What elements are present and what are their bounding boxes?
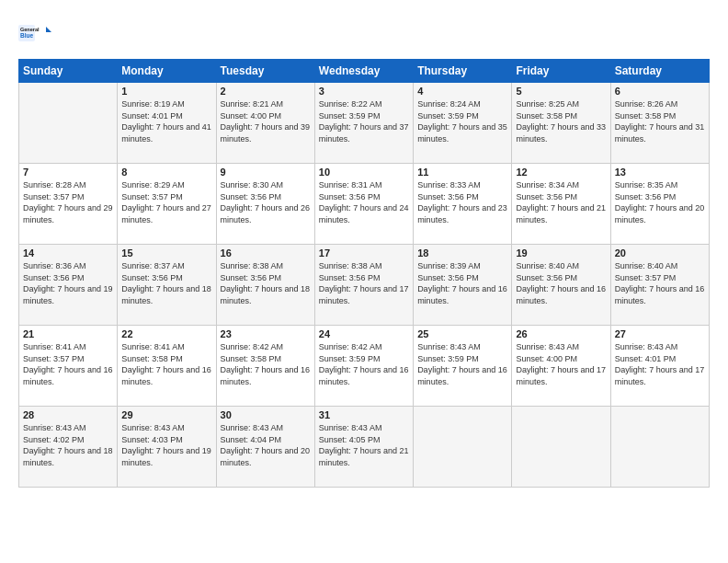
header-tuesday: Tuesday	[216, 60, 314, 83]
week-row-1: 1 Sunrise: 8:19 AMSunset: 4:01 PMDayligh…	[19, 83, 710, 164]
day-number: 22	[121, 328, 211, 339]
header-thursday: Thursday	[414, 60, 512, 83]
header: General Blue	[18, 17, 710, 50]
calendar-cell: 9 Sunrise: 8:30 AMSunset: 3:56 PMDayligh…	[216, 164, 314, 245]
svg-marker-3	[46, 27, 51, 32]
calendar-cell	[512, 407, 610, 488]
logo: General Blue	[18, 17, 55, 50]
calendar-cell: 6 Sunrise: 8:26 AMSunset: 3:58 PMDayligh…	[610, 83, 709, 164]
day-number: 16	[221, 247, 311, 259]
header-sunday: Sunday	[19, 60, 118, 83]
calendar-cell: 22 Sunrise: 8:41 AMSunset: 3:58 PMDaylig…	[118, 326, 216, 407]
calendar-cell: 24 Sunrise: 8:42 AMSunset: 3:59 PMDaylig…	[314, 326, 413, 407]
calendar-cell: 19 Sunrise: 8:40 AMSunset: 3:56 PMDaylig…	[512, 245, 610, 326]
cell-info: Sunrise: 8:43 AMSunset: 4:04 PMDaylight:…	[221, 422, 311, 468]
calendar-cell: 28 Sunrise: 8:43 AMSunset: 4:02 PMDaylig…	[19, 407, 118, 488]
calendar-cell: 13 Sunrise: 8:35 AMSunset: 3:56 PMDaylig…	[610, 164, 709, 245]
cell-info: Sunrise: 8:28 AMSunset: 3:57 PMDaylight:…	[23, 179, 113, 225]
cell-info: Sunrise: 8:43 AMSunset: 3:59 PMDaylight:…	[417, 341, 507, 387]
week-row-4: 21 Sunrise: 8:41 AMSunset: 3:57 PMDaylig…	[19, 326, 710, 407]
calendar-cell: 12 Sunrise: 8:34 AMSunset: 3:56 PMDaylig…	[512, 164, 610, 245]
day-number: 13	[615, 167, 705, 178]
day-number: 25	[417, 328, 507, 339]
day-number: 7	[23, 167, 113, 178]
calendar-cell: 7 Sunrise: 8:28 AMSunset: 3:57 PMDayligh…	[19, 164, 118, 245]
calendar-table: SundayMondayTuesdayWednesdayThursdayFrid…	[18, 59, 710, 488]
svg-text:Blue: Blue	[20, 32, 33, 39]
day-number: 14	[23, 247, 113, 259]
calendar-cell: 18 Sunrise: 8:39 AMSunset: 3:56 PMDaylig…	[414, 245, 512, 326]
day-number: 3	[319, 86, 409, 97]
calendar-cell: 14 Sunrise: 8:36 AMSunset: 3:56 PMDaylig…	[19, 245, 118, 326]
day-number: 17	[319, 247, 409, 259]
calendar-cell: 21 Sunrise: 8:41 AMSunset: 3:57 PMDaylig…	[19, 326, 118, 407]
calendar-cell: 25 Sunrise: 8:43 AMSunset: 3:59 PMDaylig…	[414, 326, 512, 407]
header-friday: Friday	[512, 60, 610, 83]
cell-info: Sunrise: 8:35 AMSunset: 3:56 PMDaylight:…	[615, 179, 705, 225]
calendar-cell: 15 Sunrise: 8:37 AMSunset: 3:56 PMDaylig…	[118, 245, 216, 326]
day-number: 23	[221, 328, 311, 339]
logo-svg: General Blue	[18, 17, 55, 50]
calendar-cell: 11 Sunrise: 8:33 AMSunset: 3:56 PMDaylig…	[414, 164, 512, 245]
day-number: 8	[121, 167, 211, 178]
cell-info: Sunrise: 8:25 AMSunset: 3:58 PMDaylight:…	[516, 98, 606, 144]
day-number: 9	[221, 167, 311, 178]
calendar-header-row: SundayMondayTuesdayWednesdayThursdayFrid…	[19, 60, 710, 83]
cell-info: Sunrise: 8:40 AMSunset: 3:57 PMDaylight:…	[615, 260, 705, 306]
calendar-cell: 1 Sunrise: 8:19 AMSunset: 4:01 PMDayligh…	[118, 83, 216, 164]
calendar-cell: 10 Sunrise: 8:31 AMSunset: 3:56 PMDaylig…	[314, 164, 413, 245]
day-number: 6	[615, 86, 705, 97]
day-number: 10	[319, 167, 409, 178]
calendar-cell: 5 Sunrise: 8:25 AMSunset: 3:58 PMDayligh…	[512, 83, 610, 164]
header-wednesday: Wednesday	[314, 60, 413, 83]
cell-info: Sunrise: 8:21 AMSunset: 4:00 PMDaylight:…	[221, 98, 311, 144]
day-number: 28	[23, 409, 113, 420]
cell-info: Sunrise: 8:42 AMSunset: 3:58 PMDaylight:…	[221, 341, 311, 387]
cell-info: Sunrise: 8:40 AMSunset: 3:56 PMDaylight:…	[516, 260, 606, 306]
calendar-cell: 20 Sunrise: 8:40 AMSunset: 3:57 PMDaylig…	[610, 245, 709, 326]
calendar-cell: 29 Sunrise: 8:43 AMSunset: 4:03 PMDaylig…	[118, 407, 216, 488]
calendar-cell: 3 Sunrise: 8:22 AMSunset: 3:59 PMDayligh…	[314, 83, 413, 164]
day-number: 30	[221, 409, 311, 420]
calendar-cell: 26 Sunrise: 8:43 AMSunset: 4:00 PMDaylig…	[512, 326, 610, 407]
calendar-cell: 23 Sunrise: 8:42 AMSunset: 3:58 PMDaylig…	[216, 326, 314, 407]
calendar-cell: 8 Sunrise: 8:29 AMSunset: 3:57 PMDayligh…	[118, 164, 216, 245]
day-number: 18	[417, 247, 507, 259]
day-number: 12	[516, 167, 606, 178]
calendar-cell: 31 Sunrise: 8:43 AMSunset: 4:05 PMDaylig…	[314, 407, 413, 488]
cell-info: Sunrise: 8:31 AMSunset: 3:56 PMDaylight:…	[319, 179, 409, 225]
cell-info: Sunrise: 8:37 AMSunset: 3:56 PMDaylight:…	[121, 260, 211, 306]
day-number: 2	[221, 86, 311, 97]
header-saturday: Saturday	[610, 60, 709, 83]
day-number: 15	[121, 247, 211, 259]
day-number: 19	[516, 247, 606, 259]
cell-info: Sunrise: 8:43 AMSunset: 4:01 PMDaylight:…	[615, 341, 705, 387]
day-number: 26	[516, 328, 606, 339]
day-number: 5	[516, 86, 606, 97]
page: General Blue SundayMondayTuesdayWednesda…	[0, 0, 728, 563]
cell-info: Sunrise: 8:43 AMSunset: 4:02 PMDaylight:…	[23, 422, 113, 468]
cell-info: Sunrise: 8:19 AMSunset: 4:01 PMDaylight:…	[121, 98, 211, 144]
cell-info: Sunrise: 8:34 AMSunset: 3:56 PMDaylight:…	[516, 179, 606, 225]
week-row-2: 7 Sunrise: 8:28 AMSunset: 3:57 PMDayligh…	[19, 164, 710, 245]
cell-info: Sunrise: 8:29 AMSunset: 3:57 PMDaylight:…	[121, 179, 211, 225]
cell-info: Sunrise: 8:41 AMSunset: 3:58 PMDaylight:…	[121, 341, 211, 387]
day-number: 27	[615, 328, 705, 339]
day-number: 31	[319, 409, 409, 420]
cell-info: Sunrise: 8:39 AMSunset: 3:56 PMDaylight:…	[417, 260, 507, 306]
calendar-cell: 27 Sunrise: 8:43 AMSunset: 4:01 PMDaylig…	[610, 326, 709, 407]
day-number: 20	[615, 247, 705, 259]
svg-text:General: General	[20, 27, 40, 32]
cell-info: Sunrise: 8:43 AMSunset: 4:00 PMDaylight:…	[516, 341, 606, 387]
calendar-cell	[414, 407, 512, 488]
calendar-cell: 4 Sunrise: 8:24 AMSunset: 3:59 PMDayligh…	[414, 83, 512, 164]
cell-info: Sunrise: 8:26 AMSunset: 3:58 PMDaylight:…	[615, 98, 705, 144]
day-number: 21	[23, 328, 113, 339]
cell-info: Sunrise: 8:33 AMSunset: 3:56 PMDaylight:…	[417, 179, 507, 225]
week-row-5: 28 Sunrise: 8:43 AMSunset: 4:02 PMDaylig…	[19, 407, 710, 488]
calendar-cell: 17 Sunrise: 8:38 AMSunset: 3:56 PMDaylig…	[314, 245, 413, 326]
cell-info: Sunrise: 8:43 AMSunset: 4:03 PMDaylight:…	[121, 422, 211, 468]
calendar-cell	[610, 407, 709, 488]
day-number: 29	[121, 409, 211, 420]
calendar-cell	[19, 83, 118, 164]
